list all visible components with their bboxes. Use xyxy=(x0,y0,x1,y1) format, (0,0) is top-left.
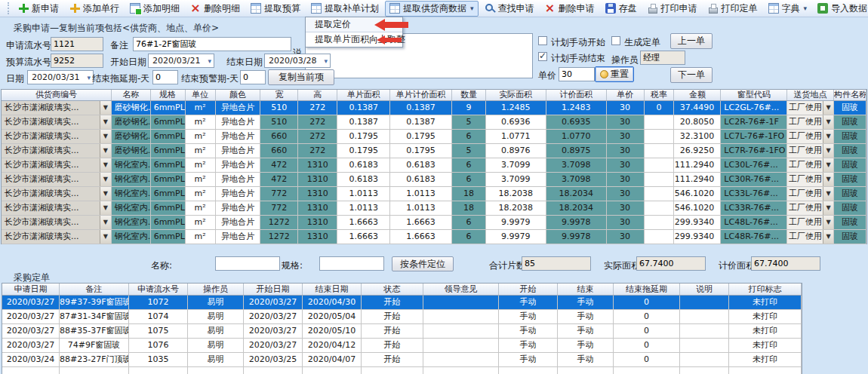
column-header-申请流水号[interactable]: 申请流水号 xyxy=(129,284,188,295)
chevron-down-icon[interactable]: ▼ xyxy=(100,216,111,229)
column-header-金额[interactable]: 金额 xyxy=(674,90,721,100)
actual-area-input[interactable] xyxy=(636,256,706,271)
cell-送货地点[interactable]: 工厂使用▼ xyxy=(787,115,834,130)
chevron-down-icon[interactable]: ▼ xyxy=(823,201,833,215)
cell-送货地点[interactable]: 工厂使用▼ xyxy=(787,173,834,187)
chevron-down-icon[interactable]: ▼ xyxy=(100,144,111,158)
cell-供货商编号[interactable]: 长沙市潇湘玻璃实...▼ xyxy=(2,230,112,244)
column-header-税率[interactable]: 税率 xyxy=(645,90,675,100)
toolbar-button-打印申请[interactable]: 打印申请 xyxy=(643,1,702,17)
material-row[interactable]: 长沙市潇湘玻璃实...▼磨砂钢化...6mmPLE...m²异地合片660272… xyxy=(2,130,866,144)
column-header-高[interactable]: 高 xyxy=(298,90,337,100)
toolbar-button-查找申请[interactable]: 查找申请 xyxy=(480,1,539,17)
column-header-名称[interactable]: 名称 xyxy=(112,90,151,100)
column-header-宽[interactable]: 宽 xyxy=(260,90,298,100)
column-header-操作员[interactable]: 操作员 xyxy=(188,284,244,295)
manual-end-checkbox[interactable] xyxy=(538,52,547,61)
chevron-down-icon[interactable]: ▾ xyxy=(87,74,91,81)
column-header-结束[interactable]: 结束 xyxy=(558,284,614,295)
column-header-送货地点[interactable]: 送货地点 xyxy=(787,90,834,100)
cell-供货商编号[interactable]: 长沙市潇湘玻璃实...▼ xyxy=(2,173,112,187)
chevron-down-icon[interactable]: ▼ xyxy=(100,158,111,172)
column-header-单位[interactable]: 单位 xyxy=(186,90,216,100)
toolbar-button-存盘[interactable]: 存盘 xyxy=(601,1,642,17)
column-header-单片面积[interactable]: 单片面积 xyxy=(337,90,390,100)
chevron-down-icon[interactable]: ▼ xyxy=(823,216,833,229)
chevron-down-icon[interactable]: ▼ xyxy=(100,173,111,186)
chevron-down-icon[interactable]: ▼ xyxy=(823,230,833,244)
cell-送货地点[interactable]: 工厂使用▼ xyxy=(787,130,834,144)
material-row[interactable]: 长沙市潇湘玻璃实...▼钢化室内...6mmPLE...m²异地合片127213… xyxy=(2,216,866,230)
unit-price-input[interactable] xyxy=(559,67,595,81)
cell-送货地点[interactable]: 工厂使用▼ xyxy=(787,144,834,158)
end-warn-input[interactable] xyxy=(240,70,266,84)
chevron-down-icon[interactable]: ▼ xyxy=(823,173,833,186)
toolbar-button-新申请[interactable]: 新申请 xyxy=(14,1,63,17)
cell-供货商编号[interactable]: 长沙市潇湘玻璃实...▼ xyxy=(2,115,112,130)
remark-input[interactable] xyxy=(133,37,291,51)
chevron-down-icon[interactable]: ▼ xyxy=(823,101,833,115)
toolbar-button-提取供货商数据[interactable]: 提取供货商数据▾ xyxy=(385,1,479,17)
locate-button[interactable]: 按条件定位 xyxy=(392,256,454,271)
toolbar-button-添加明细[interactable]: 添加明细 xyxy=(125,1,184,17)
column-header-备注[interactable]: 备注 xyxy=(60,284,129,295)
column-header-申请日期[interactable]: 申请日期 xyxy=(2,284,60,295)
chevron-down-icon[interactable]: ▼ xyxy=(823,144,833,158)
chevron-down-icon[interactable]: ▼ xyxy=(100,130,111,143)
order-row[interactable]: 2020/03/2488#23-27F门顶玻1035易明2020/03/2520… xyxy=(2,353,802,367)
chevron-down-icon[interactable]: ▼ xyxy=(823,187,833,201)
total-pieces-input[interactable] xyxy=(522,256,591,271)
cell-供货商编号[interactable]: 长沙市潇湘玻璃实...▼ xyxy=(2,158,112,173)
material-row[interactable]: 长沙市潇湘玻璃实...▼钢化室内...6mmPLE...m²异地合片772131… xyxy=(2,187,866,201)
chevron-down-icon[interactable]: ▼ xyxy=(100,101,111,115)
order-row[interactable] xyxy=(2,367,802,374)
cell-供货商编号[interactable]: 长沙市潇湘玻璃实...▼ xyxy=(2,144,112,158)
column-header-领导意见[interactable]: 领导意见 xyxy=(423,284,499,295)
order-row[interactable]: 2020/03/2789#37-39F窗固玻1072易明2020/03/2720… xyxy=(2,296,802,310)
chevron-down-icon[interactable]: ▾ xyxy=(324,57,328,65)
cell-供货商编号[interactable]: 长沙市潇湘玻璃实...▼ xyxy=(2,101,112,115)
cell-供货商编号[interactable]: 长沙市潇湘玻璃实...▼ xyxy=(2,201,112,216)
cell-送货地点[interactable]: 工厂使用▼ xyxy=(787,216,834,230)
toolbar-button-添加单行[interactable]: 添加单行 xyxy=(65,1,124,17)
column-header-规格[interactable]: 规格 xyxy=(151,90,186,100)
end-date-combobox[interactable]: 2020/03/28▾ xyxy=(264,54,331,68)
locate-spec-input[interactable] xyxy=(319,256,384,271)
cell-供货商编号[interactable]: 长沙市潇湘玻璃实...▼ xyxy=(2,216,112,230)
column-header-结束日期[interactable]: 结束日期 xyxy=(303,284,362,295)
material-row[interactable]: 长沙市潇湘玻璃实...▼钢化室内...6mmPLE...m²异地合片472131… xyxy=(2,173,866,187)
budget-no-input[interactable] xyxy=(51,54,103,68)
toolbar-button-删除申请[interactable]: 删除申请 xyxy=(540,1,599,17)
column-header-说明[interactable]: 说明 xyxy=(680,284,729,295)
column-header-开始日期[interactable]: 开始日期 xyxy=(244,284,303,295)
chevron-down-icon[interactable]: ▼ xyxy=(823,130,833,143)
material-row[interactable]: 长沙市潇湘玻璃实...▼钢化室内...6mmPLE...m²异地合片127213… xyxy=(2,230,866,244)
column-header-单价[interactable]: 单价 xyxy=(607,90,645,100)
gen-order-checkbox[interactable] xyxy=(611,36,620,45)
order-row[interactable]: 2020/03/2788#35-37F窗固玻1075易明2020/03/2720… xyxy=(2,324,802,339)
toolbar-button-提取预算[interactable]: 提取预算 xyxy=(246,1,305,17)
chevron-down-icon[interactable]: ▼ xyxy=(823,158,833,172)
toolbar-button-导入数据[interactable]: 导入数据 xyxy=(813,1,868,17)
chevron-down-icon[interactable]: ▼ xyxy=(100,115,111,129)
column-header-计价面积[interactable]: 计价面积 xyxy=(546,90,607,100)
next-order-button[interactable]: 下一单 xyxy=(670,67,713,83)
column-header-状态[interactable]: 状态 xyxy=(362,284,423,295)
cell-供货商编号[interactable]: 长沙市潇湘玻璃实...▼ xyxy=(2,130,112,144)
chevron-down-icon[interactable]: ▾ xyxy=(208,57,211,65)
material-row[interactable]: 长沙市潇湘玻璃实...▼磨砂钢化...6mmPLE...m²异地合片660272… xyxy=(2,144,866,158)
chevron-down-icon[interactable]: ▼ xyxy=(100,201,111,215)
chevron-down-icon[interactable]: ▾ xyxy=(470,5,474,12)
order-row[interactable]: 2020/03/2787#31-34F窗固玻1074易明2020/03/2720… xyxy=(2,310,802,324)
reset-button[interactable]: 重置 xyxy=(595,66,634,82)
material-row[interactable]: 长沙市潇湘玻璃实...▼钢化室内...6mmPLE...m²异地合片772131… xyxy=(2,201,866,216)
request-no-input[interactable] xyxy=(51,37,103,51)
column-header-单片计价面积[interactable]: 单片计价面积 xyxy=(390,90,452,100)
cell-送货地点[interactable]: 工厂使用▼ xyxy=(787,201,834,216)
operator-input[interactable] xyxy=(640,51,685,65)
cell-送货地点[interactable]: 工厂使用▼ xyxy=(787,230,834,244)
chevron-down-icon[interactable]: ▼ xyxy=(100,230,111,244)
column-header-打印标志[interactable]: 打印标志 xyxy=(729,284,802,295)
material-row[interactable]: 长沙市潇湘玻璃实...▼磨砂钢化...6mmPLE...m²异地合片510272… xyxy=(2,101,866,115)
price-area-input[interactable] xyxy=(751,256,820,271)
